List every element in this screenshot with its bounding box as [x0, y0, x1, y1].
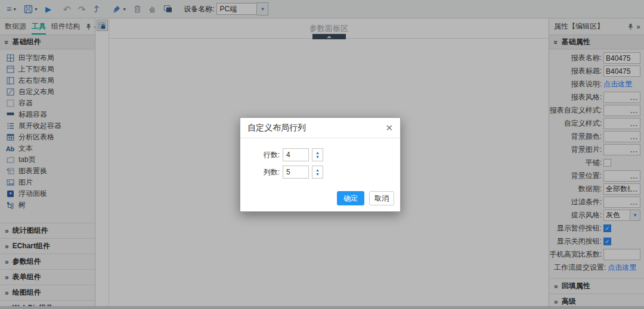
- spinner-up-icon[interactable]: ▲: [315, 168, 320, 172]
- ok-button[interactable]: 确定: [337, 191, 364, 205]
- cols-input[interactable]: [283, 166, 309, 179]
- cols-field: 列数: ▲ ▼: [258, 166, 400, 179]
- cancel-button[interactable]: 取消: [369, 191, 394, 205]
- custom-layout-dialog: 自定义布局行列 ✕ 行数: ▲ ▼ 列数: ▲ ▼ 确定 取消: [240, 117, 401, 212]
- dialog-titlebar: 自定义布局行列 ✕: [240, 118, 400, 138]
- spinner-down-icon[interactable]: ▼: [315, 155, 320, 159]
- rows-input[interactable]: [283, 148, 309, 161]
- spinner-down-icon[interactable]: ▼: [315, 172, 320, 176]
- close-icon[interactable]: ✕: [385, 123, 393, 132]
- report-designer-app: { "colors": { "accent_teal": "#00b3a0", …: [0, 0, 644, 309]
- cols-label: 列数:: [258, 167, 280, 177]
- dialog-title: 自定义布局行列: [247, 123, 306, 133]
- dialog-footer: 确定 取消: [240, 186, 400, 211]
- spinner-up-icon[interactable]: ▲: [315, 151, 320, 155]
- cols-stepper[interactable]: ▲ ▼: [312, 166, 323, 179]
- rows-label: 行数:: [258, 150, 280, 160]
- rows-stepper[interactable]: ▲ ▼: [312, 148, 323, 161]
- rows-field: 行数: ▲ ▼: [258, 148, 400, 161]
- dialog-body: 行数: ▲ ▼ 列数: ▲ ▼: [240, 138, 400, 186]
